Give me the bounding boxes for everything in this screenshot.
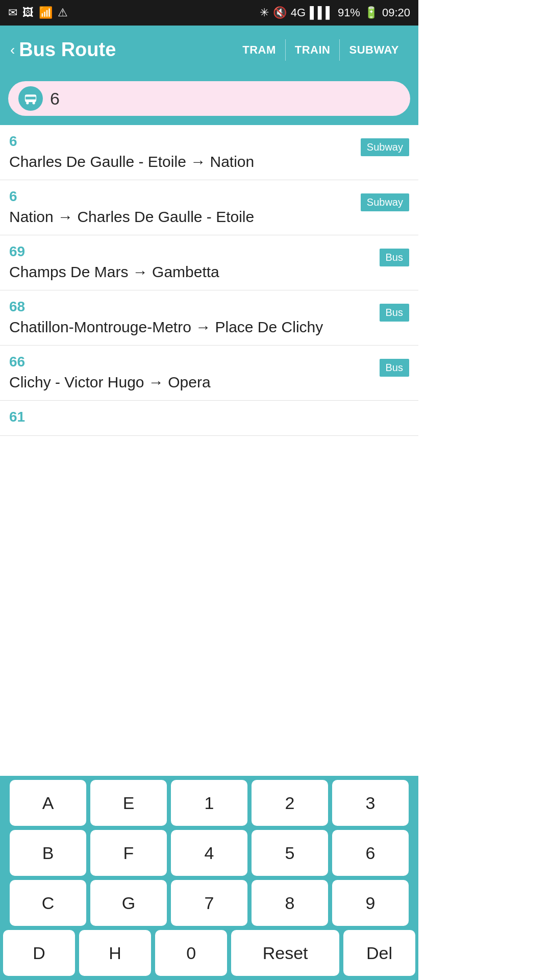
key-h[interactable]: H [79, 930, 151, 976]
battery-icon: 🔋 [364, 6, 378, 19]
key-6[interactable]: 6 [332, 830, 409, 876]
keyboard: AE123BF456CG789DH0ResetDel [0, 776, 418, 980]
route-number: 6 [9, 188, 355, 205]
search-bar[interactable]: 6 [8, 81, 410, 116]
battery-level: 91% [338, 6, 360, 19]
list-item[interactable]: 61 [0, 401, 418, 436]
svg-rect-1 [26, 97, 36, 100]
mail-icon: ✉ [8, 6, 17, 19]
svg-point-3 [33, 102, 35, 104]
key-reset[interactable]: Reset [231, 930, 339, 976]
route-description: Nation → Charles De Gaulle - Etoile [9, 207, 355, 227]
list-item[interactable]: 69Champs De Mars → GambettaBus [0, 235, 418, 290]
list-item[interactable]: 66Clichy - Victor Hugo → OperaBus [0, 346, 418, 401]
back-button[interactable]: ‹ [10, 42, 15, 58]
warning-icon: ⚠ [58, 6, 68, 19]
route-description: Chatillon-Montrouge-Metro → Place De Cli… [9, 317, 373, 337]
list-item[interactable]: 6Charles De Gaulle - Etoile → NationSubw… [0, 125, 418, 180]
tab-tram[interactable]: TRAM [233, 39, 285, 61]
route-number: 61 [9, 409, 409, 425]
route-type-badge: Subway [361, 193, 409, 211]
route-description: Clichy - Victor Hugo → Opera [9, 372, 373, 392]
key-g[interactable]: G [90, 880, 167, 926]
search-bar-container: 6 [0, 74, 418, 125]
status-icons-right: ✳ 🔇 4G ▌▌▌ 91% 🔋 09:20 [260, 6, 410, 19]
key-a[interactable]: A [10, 780, 86, 826]
key-1[interactable]: 1 [171, 780, 247, 826]
route-type-badge: Subway [361, 138, 409, 156]
route-number: 66 [9, 354, 373, 370]
route-type-badge: Bus [380, 359, 409, 377]
keyboard-row: DH0ResetDel [3, 930, 415, 976]
status-icons-left: ✉ 🖼 📶 ⚠ [8, 6, 68, 19]
image-icon: 🖼 [22, 6, 34, 19]
results-list: 6Charles De Gaulle - Etoile → NationSubw… [0, 125, 418, 436]
tab-subway[interactable]: SUBWAY [339, 39, 408, 61]
key-0[interactable]: 0 [155, 930, 227, 976]
list-item[interactable]: 6Nation → Charles De Gaulle - EtoileSubw… [0, 180, 418, 235]
key-c[interactable]: C [10, 880, 86, 926]
key-del[interactable]: Del [343, 930, 415, 976]
key-e[interactable]: E [90, 780, 167, 826]
clock: 09:20 [382, 6, 410, 19]
header: ‹ Bus Route TRAM TRAIN SUBWAY [0, 26, 418, 74]
key-9[interactable]: 9 [332, 880, 409, 926]
key-2[interactable]: 2 [252, 780, 328, 826]
keyboard-row: AE123 [3, 780, 415, 826]
route-number: 6 [9, 133, 355, 150]
key-5[interactable]: 5 [252, 830, 328, 876]
mute-icon: 🔇 [273, 6, 287, 19]
key-8[interactable]: 8 [252, 880, 328, 926]
key-f[interactable]: F [90, 830, 167, 876]
network-type: 4G [291, 6, 306, 19]
tab-train[interactable]: TRAIN [285, 39, 340, 61]
svg-point-2 [26, 102, 29, 104]
list-item[interactable]: 68Chatillon-Montrouge-Metro → Place De C… [0, 290, 418, 346]
route-number: 68 [9, 299, 373, 315]
key-b[interactable]: B [10, 830, 86, 876]
transport-tabs: TRAM TRAIN SUBWAY [233, 39, 408, 61]
page-title: Bus Route [19, 39, 233, 61]
search-input-value[interactable]: 6 [50, 89, 60, 109]
bus-search-icon [18, 86, 43, 111]
signal-icon: ▌▌▌ [310, 6, 334, 19]
status-bar: ✉ 🖼 📶 ⚠ ✳ 🔇 4G ▌▌▌ 91% 🔋 09:20 [0, 0, 418, 26]
route-description: Charles De Gaulle - Etoile → Nation [9, 152, 355, 172]
wifi-icon: 📶 [39, 6, 53, 19]
key-4[interactable]: 4 [171, 830, 247, 876]
keyboard-row: CG789 [3, 880, 415, 926]
key-d[interactable]: D [3, 930, 75, 976]
bluetooth-icon: ✳ [260, 6, 269, 19]
route-type-badge: Bus [380, 304, 409, 322]
route-description: Champs De Mars → Gambetta [9, 262, 373, 282]
route-number: 69 [9, 243, 373, 260]
key-7[interactable]: 7 [171, 880, 247, 926]
key-3[interactable]: 3 [332, 780, 409, 826]
route-type-badge: Bus [380, 249, 409, 266]
keyboard-row: BF456 [3, 830, 415, 876]
